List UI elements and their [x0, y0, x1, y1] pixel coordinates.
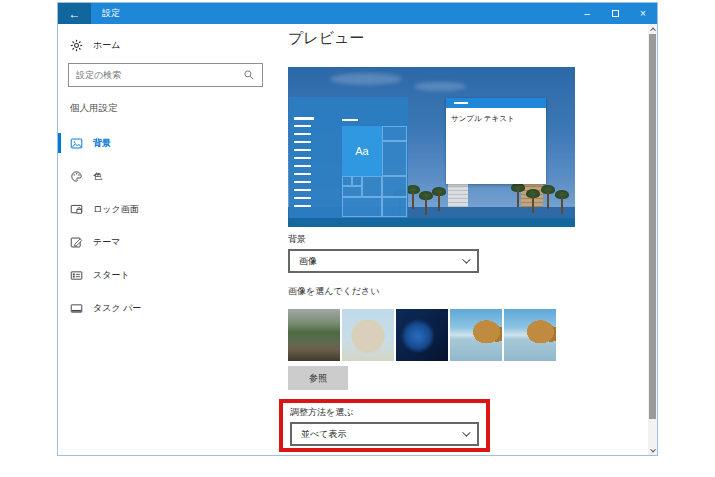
palm-tree	[510, 183, 526, 211]
preview-taskbar	[288, 218, 575, 227]
start-tile-aa: Aa	[342, 126, 382, 176]
chevron-down-icon	[462, 255, 470, 263]
start-tile	[352, 176, 362, 186]
palm-tree	[554, 190, 570, 218]
preview-start-menu: Aa	[289, 97, 408, 218]
settings-search-box[interactable]	[68, 63, 263, 87]
close-button[interactable]: ×	[629, 3, 657, 24]
sidebar-item-lock-screen[interactable]: ロック画面	[58, 198, 273, 220]
background-label: 背景	[288, 233, 306, 246]
titlebar: ← 設定 – ×	[58, 3, 657, 24]
start-tile	[382, 197, 407, 217]
fit-label: 調整方法を選ぶ	[290, 406, 353, 419]
choose-picture-label: 画像を選んでください	[288, 285, 379, 298]
preview-sample-window: サンプル テキスト	[446, 98, 546, 184]
sample-window-dash	[454, 102, 468, 104]
maximize-button[interactable]	[601, 3, 629, 24]
scrollbar-thumb[interactable]	[649, 34, 656, 419]
sidebar-item-themes[interactable]: テーマ	[58, 231, 273, 253]
background-thumbnail[interactable]	[342, 309, 394, 361]
sidebar-item-label: スタート	[93, 269, 130, 282]
window-title: 設定	[102, 7, 120, 20]
menu-dash	[342, 119, 358, 121]
background-type-value: 画像	[299, 255, 317, 268]
theme-icon	[70, 236, 83, 249]
sidebar-item-start[interactable]: スタート	[58, 264, 273, 286]
start-tile	[342, 176, 352, 186]
background-thumbnail[interactable]	[288, 309, 340, 361]
page-title: プレビュー	[288, 29, 364, 48]
background-thumbnail[interactable]	[504, 309, 556, 361]
vertical-scrollbar[interactable]	[648, 24, 657, 455]
minimize-button[interactable]: –	[573, 3, 601, 24]
maximize-icon	[612, 10, 619, 17]
start-tile	[382, 141, 407, 176]
scroll-up-arrow[interactable]	[648, 24, 657, 33]
sidebar-item-label: タスク バー	[93, 302, 141, 315]
sidebar-item-label: 色	[93, 170, 102, 183]
scroll-down-arrow[interactable]	[648, 446, 657, 455]
sidebar-item-label: テーマ	[93, 236, 120, 249]
start-tile	[342, 186, 362, 197]
palm-tree	[525, 189, 541, 217]
browse-button[interactable]: 参照	[288, 366, 348, 390]
fit-dropdown[interactable]: 並べて表示	[290, 422, 479, 446]
sidebar-item-home[interactable]: ホーム	[58, 34, 273, 56]
back-button[interactable]: ←	[58, 3, 91, 24]
search-input[interactable]	[76, 70, 243, 80]
start-tile	[362, 176, 382, 197]
background-thumbnail[interactable]	[396, 309, 448, 361]
sidebar-item-label: ロック画面	[93, 203, 139, 216]
settings-window: ← 設定 – × ホーム	[57, 2, 658, 456]
fit-value: 並べて表示	[301, 428, 346, 441]
sidebar-home-label: ホーム	[93, 39, 120, 52]
sidebar-item-label: 背景	[93, 137, 111, 150]
sample-window-titlebar	[446, 98, 546, 108]
back-arrow-icon: ←	[69, 7, 81, 21]
start-tile	[382, 176, 407, 197]
picture-icon	[70, 137, 83, 150]
taskbar-icon	[70, 302, 83, 315]
menu-item-lines	[294, 125, 311, 207]
sidebar-item-colors[interactable]: 色	[58, 165, 273, 187]
lock-screen-icon	[70, 203, 83, 216]
start-icon	[70, 269, 83, 282]
start-tile	[342, 197, 382, 217]
search-icon	[243, 69, 255, 81]
chevron-down-icon	[462, 428, 470, 436]
menu-dash	[294, 117, 314, 120]
background-preview: Aa サンプル テキスト	[288, 67, 575, 227]
cloud-shape	[414, 82, 466, 91]
background-type-dropdown[interactable]: 画像	[288, 249, 479, 273]
screenshot-root: ← 設定 – × ホーム	[0, 0, 715, 477]
sample-window-text: サンプル テキスト	[446, 108, 546, 130]
background-thumbnail[interactable]	[450, 309, 502, 361]
palette-icon	[70, 170, 83, 183]
sidebar-item-background[interactable]: 背景	[58, 132, 273, 154]
picture-thumbnails	[288, 309, 556, 361]
sidebar-item-taskbar[interactable]: タスク バー	[58, 297, 273, 319]
cloud-shape	[330, 73, 402, 85]
start-tile	[382, 126, 407, 141]
palm-tree	[431, 187, 447, 215]
gear-icon	[70, 39, 83, 52]
sidebar-section-header: 個人用設定	[70, 102, 118, 115]
window-controls: – ×	[573, 3, 657, 24]
